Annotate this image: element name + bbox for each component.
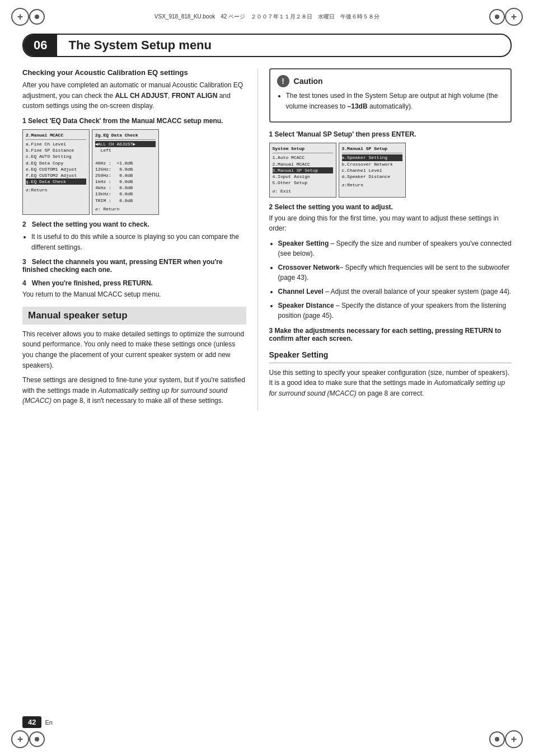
msp-item-2: c.Channel Level [342,167,402,173]
reg-marks-top: VSX_918_818_KU.book 42 ページ ２００７年１１月２８日 水… [0,0,534,34]
section1-heading: Checking your Acoustic Calibration EQ se… [22,68,246,77]
divider [269,363,512,363]
screen-eq-item-1: Left [95,147,156,153]
msp-item-0: a.Speaker Setting [342,154,402,161]
top-bar-text: VSX_918_818_KU.book 42 ページ ２００７年１１月２８日 水… [45,13,489,21]
page: VSX_918_818_KU.book 42 ページ ２００７年１１月２８日 水… [0,0,534,756]
bullet-channel-level: Channel Level – Adjust the overall balan… [278,287,512,297]
reg-mark-bottom-left [11,730,29,748]
caution-box: ! Caution The test tones used in the Sys… [269,68,512,123]
screen-mcacc-item-2: c.EQ AUTO Setting [26,153,86,159]
screen-eq-title: 2g.EQ Data Check [95,132,156,140]
reg-mark-top-center-right [489,9,505,25]
screen-mockup-eq: 2.Manual MCACC a.Fine Ch Level b.Fine SP… [22,129,246,215]
step2-bullets: It is useful to do this while a source i… [31,232,246,252]
screen-eq-item-7: 4kHz : 0.0dB [95,185,156,191]
ss-item-3: 4.Input Assign [273,173,333,180]
screen-eq-item-2 [95,153,156,159]
step2-label: 2 Select the setting you want to check. [22,220,246,228]
screen-eq-item-4: 125Hz: 0.0dB [95,166,156,172]
bullet-speaker-distance: Speaker Distance – Specify the distance … [278,300,512,321]
step1-label: 1 Select 'EQ Data Check' from the Manual… [22,117,246,125]
msp-item-1: b.Crossover Network [342,161,402,167]
screen-mcacc-item-1: b.Fine SP Distance [26,147,86,153]
content-area: Checking your Acoustic Calibration EQ se… [22,68,512,411]
right-step1-label: 1 Select 'Manual SP Setup' then press EN… [269,130,512,138]
step3-label: 3 Select the channels you want, pressing… [22,258,246,274]
screen-mcacc-item-3: d.EQ Data Copy [26,160,86,166]
screen-box-mcacc: 2.Manual MCACC a.Fine Ch Level b.Fine SP… [22,129,90,215]
screen-box-eq-data: 2g.EQ Data Check ◀ALL CH ADJUST▶ Left 40… [92,129,159,215]
section1-body1: After you have completed an automatic or… [22,80,246,111]
chapter-title: The System Setup menu [57,38,223,53]
screen-eq-item-8: 13kHz: 0.0dB [95,191,156,197]
caution-list: The test tones used in the System Setup … [286,91,504,111]
screen-mcacc-item-0: a.Fine Ch Level [26,141,86,147]
screen-mcacc-item-4: e.EQ CUSTOM1 Adjust [26,166,86,172]
msp-footer: ↺:Return [342,182,402,188]
screen-mcacc-item-6: g.EQ Data Check [26,179,86,185]
caution-bullet: The test tones used in the System Setup … [286,91,504,111]
right-bullets: Speaker Setting – Specify the size and n… [278,238,512,321]
screen-system-title: System Setup [273,145,333,153]
manual-speaker-body2: These settings are designed to fine-tune… [22,375,246,406]
ss-item-1: 2.Manual MCACC [273,161,333,167]
caution-icon: ! [277,75,289,87]
reg-mark-bottom-right [505,730,523,748]
screen-mcacc-footer: ↺:Return [26,187,86,193]
ss-item-0: 1.Auto MCACC [273,154,333,161]
ss-item-2: 3.Manual SP Setup [273,167,333,173]
chapter-number: 06 [24,35,57,56]
screen-eq-footer: ↺: Return [95,206,156,212]
manual-speaker-section: Manual speaker setup [22,307,246,325]
manual-speaker-title: Manual speaker setup [28,310,241,321]
right-step2-body: If you are doing this for the first time… [269,213,512,234]
screen-mcacc-title: 2.Manual MCACC [26,132,86,140]
bullet-crossover: Crossover Network– Specify which frequen… [278,262,512,283]
screen-system-setup: System Setup 1.Auto MCACC 2.Manual MCACC… [269,143,336,197]
msp-item-3: d.Speaker Distance [342,173,402,180]
right-step2-label: 2 Select the setting you want to adjust. [269,203,512,211]
screen-eq-item-3: 40Hz : +1.0dB [95,160,156,166]
step4-body: You return to the Manual MCACC setup men… [22,289,246,300]
step2-bullet-item: It is useful to do this while a source i… [31,232,246,252]
reg-mark-top-left [11,8,29,26]
chapter-header: 06 The System Setup menu [22,34,512,57]
screen-eq-item-9: TRIM : 0.0dB [95,198,156,204]
screen-eq-item-5: 250Hz: 0.0dB [95,172,156,179]
screen-msp-title: 3.Manual SP Setup [342,145,402,153]
left-column: Checking your Acoustic Calibration EQ se… [22,68,257,411]
right-column: ! Caution The test tones used in the Sys… [257,68,512,411]
reg-mark-bottom-center-right [489,731,505,747]
reg-mark-top-center-left [29,9,45,25]
screen-eq-item-0: ◀ALL CH ADJUST▶ [95,141,156,147]
right-step3-label: 3 Make the adjustments necessary for eac… [269,327,512,342]
reg-mark-top-right [505,8,523,26]
screen-eq-item-6: 1kHz : 0.0dB [95,179,156,185]
screen-mockup-sp-setup: System Setup 1.Auto MCACC 2.Manual MCACC… [269,143,512,197]
bullet-speaker-setting: Speaker Setting – Specify the size and n… [278,238,512,259]
ss-footer: ↺: Exit [273,188,333,194]
caution-title: ! Caution [277,75,504,87]
screen-manual-sp: 3.Manual SP Setup a.Speaker Setting b.Cr… [339,143,406,197]
step4-label: 4 When you're finished, press RETURN. [22,279,246,287]
caution-label: Caution [294,77,323,86]
reg-mark-bottom-center-left [29,731,45,747]
ss-item-4: 5.Other Setup [273,180,333,186]
speaker-setting-heading: Speaker Setting [269,350,512,359]
reg-marks-bottom [0,722,534,756]
speaker-setting-body: Use this setting to specify your speaker… [269,368,512,399]
manual-speaker-body1: This receiver allows you to make detaile… [22,329,246,370]
screen-mcacc-item-5: f.EQ CUSTOM2 Adjust [26,172,86,179]
